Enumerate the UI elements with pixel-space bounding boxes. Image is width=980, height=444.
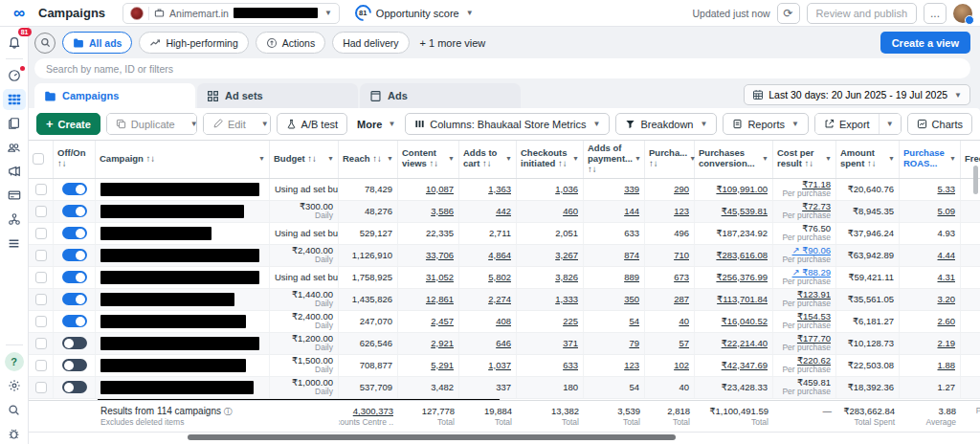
- row-checkbox[interactable]: [35, 228, 47, 239]
- tab-ads[interactable]: Ads: [360, 83, 521, 108]
- campaign-row[interactable]: ₹1,200.00Daily626,5462,9216463717957₹22,…: [29, 333, 980, 355]
- cpr-cell[interactable]: ↗ ₹88.29Per purchase: [773, 267, 836, 288]
- column-menu-icon[interactable]: ▼: [256, 155, 265, 163]
- cpr-cell[interactable]: ↗ ₹90.06Per purchase: [773, 245, 836, 266]
- campaign-on-off-toggle[interactable]: [62, 227, 87, 239]
- campaign-name-cell[interactable]: [96, 311, 270, 332]
- row-checkbox[interactable]: [35, 184, 47, 195]
- campaign-on-off-toggle[interactable]: [62, 249, 87, 261]
- duplicate-button[interactable]: Duplicate: [107, 114, 184, 134]
- conv-cell[interactable]: ₹109,991.00: [695, 179, 773, 200]
- row-checkbox[interactable]: [35, 360, 47, 371]
- column-header[interactable]: Adds to cart ↑↓▼: [459, 141, 517, 178]
- column-header[interactable]: Checkouts initiated ↑↓▼: [517, 141, 584, 178]
- more-options-button[interactable]: ...: [924, 3, 947, 24]
- column-header[interactable]: Content views ↑↓▼: [398, 141, 459, 178]
- reports-button[interactable]: Reports▼: [723, 113, 808, 135]
- campaign-on-off-toggle[interactable]: [62, 205, 87, 217]
- conv-cell[interactable]: ₹16,040.52: [695, 311, 773, 332]
- campaign-row[interactable]: Using ad set bud...78,42910,0871,3631,03…: [29, 179, 980, 201]
- roas-cell[interactable]: 5.09: [900, 201, 961, 222]
- ab-test-button[interactable]: A/B test: [277, 113, 348, 135]
- payment-cell[interactable]: 339: [584, 179, 645, 200]
- conv-cell[interactable]: ₹22,214.40: [695, 333, 773, 354]
- billing-icon[interactable]: [3, 185, 26, 206]
- atc-cell[interactable]: 442: [459, 201, 517, 222]
- filter-pill-all-ads[interactable]: All ads: [62, 32, 132, 54]
- scrollbar-thumb[interactable]: [188, 434, 676, 440]
- create-button[interactable]: +Create: [36, 113, 100, 135]
- column-header[interactable]: Campaign ↑↓▼: [96, 141, 270, 178]
- views-cell[interactable]: 12,861: [398, 289, 459, 310]
- campaign-row[interactable]: ₹2,400.00Daily247,0702,4574082255440₹16,…: [29, 311, 980, 333]
- conv-cell[interactable]: ₹42,347.69: [695, 355, 773, 376]
- filter-pill-actions[interactable]: Actions: [256, 32, 325, 54]
- checkout-cell[interactable]: 371: [517, 333, 584, 354]
- more-actions-dropdown[interactable]: More▼: [353, 119, 399, 130]
- tab-ad-sets[interactable]: Ad sets: [197, 83, 358, 108]
- campaign-row[interactable]: Using ad set bud...529,12722,3352,7112,0…: [29, 223, 980, 245]
- meta-logo-icon[interactable]: ∞: [8, 5, 31, 21]
- review-publish-button[interactable]: Review and publish: [807, 3, 917, 24]
- breakdown-button[interactable]: Breakdown▼: [615, 113, 717, 135]
- checkout-cell[interactable]: 460: [517, 201, 584, 222]
- campaign-row[interactable]: ₹1,000.00Daily537,7093,4823371805440₹23,…: [29, 377, 980, 399]
- column-menu-icon[interactable]: ▼: [947, 155, 956, 163]
- more-views-link[interactable]: + 1 more view: [420, 37, 486, 49]
- column-menu-icon[interactable]: ▼: [760, 155, 768, 163]
- campaign-on-off-toggle[interactable]: [62, 359, 87, 371]
- column-header[interactable]: Reach ↑↓▼: [339, 141, 398, 178]
- tab-campaigns[interactable]: Campaigns: [34, 83, 195, 108]
- purchases-cell[interactable]: 287: [645, 289, 695, 310]
- column-header[interactable]: Off/On ↑↓: [54, 141, 96, 178]
- checkout-cell[interactable]: 3,826: [517, 267, 584, 288]
- events-manager-icon[interactable]: [3, 209, 26, 230]
- all-tools-menu-icon[interactable]: [3, 233, 26, 254]
- create-view-button[interactable]: Create a view: [880, 32, 970, 54]
- column-menu-icon[interactable]: ▼: [446, 155, 455, 163]
- views-cell[interactable]: 2,921: [398, 333, 459, 354]
- edit-dropdown[interactable]: ▼: [255, 114, 271, 134]
- campaign-name-cell[interactable]: [96, 377, 270, 398]
- row-checkbox[interactable]: [35, 338, 47, 349]
- campaign-name-cell[interactable]: [96, 223, 270, 244]
- account-overview-icon[interactable]: [3, 65, 26, 86]
- atc-cell[interactable]: 4,864: [459, 245, 517, 266]
- column-menu-icon[interactable]: ▼: [503, 155, 512, 163]
- campaign-name-cell[interactable]: [96, 333, 270, 354]
- roas-cell[interactable]: 3.20: [900, 289, 961, 310]
- horizontal-scrollbar[interactable]: [34, 434, 974, 442]
- edit-button[interactable]: Edit: [204, 114, 255, 134]
- cpr-cell[interactable]: ₹220.62Per purchase: [773, 355, 836, 376]
- roas-cell[interactable]: 5.33: [900, 179, 961, 200]
- purchases-cell[interactable]: 673: [645, 267, 695, 288]
- payment-cell[interactable]: 123: [584, 355, 645, 376]
- purchases-cell[interactable]: 710: [645, 245, 695, 266]
- campaign-name-cell[interactable]: [96, 201, 270, 222]
- column-header[interactable]: [29, 141, 54, 178]
- audiences-icon[interactable]: [3, 137, 26, 158]
- purchases-cell[interactable]: 102: [645, 355, 695, 376]
- checkout-cell[interactable]: 1,333: [517, 289, 584, 310]
- column-header[interactable]: Purchase ROAS...▼: [900, 141, 961, 178]
- ads-megaphone-icon[interactable]: [3, 161, 26, 182]
- charts-button[interactable]: Charts: [907, 113, 972, 135]
- atc-cell[interactable]: 1,037: [459, 355, 517, 376]
- search-tools-icon[interactable]: [3, 399, 26, 420]
- checkout-cell[interactable]: 225: [517, 311, 584, 332]
- column-header[interactable]: Amount spent ↑↓▼: [836, 141, 900, 178]
- column-menu-icon[interactable]: ▼: [385, 155, 393, 163]
- conv-cell[interactable]: ₹113,701.84: [695, 289, 773, 310]
- campaign-name-cell[interactable]: [96, 355, 270, 376]
- opportunity-score[interactable]: 81 Opportunity score ▼: [355, 5, 474, 21]
- conv-cell[interactable]: ₹283,616.08: [695, 245, 773, 266]
- views-cell[interactable]: 31,052: [398, 267, 459, 288]
- cpr-cell[interactable]: ₹71.18Per purchase: [773, 179, 836, 200]
- column-menu-icon[interactable]: ▼: [325, 155, 334, 163]
- campaign-name-cell[interactable]: [96, 267, 270, 288]
- purchases-cell[interactable]: 290: [645, 179, 695, 200]
- payment-cell[interactable]: 889: [584, 267, 645, 288]
- row-checkbox[interactable]: [35, 272, 47, 283]
- column-menu-icon[interactable]: ▼: [633, 155, 641, 163]
- conv-cell[interactable]: ₹256,376.99: [695, 267, 773, 288]
